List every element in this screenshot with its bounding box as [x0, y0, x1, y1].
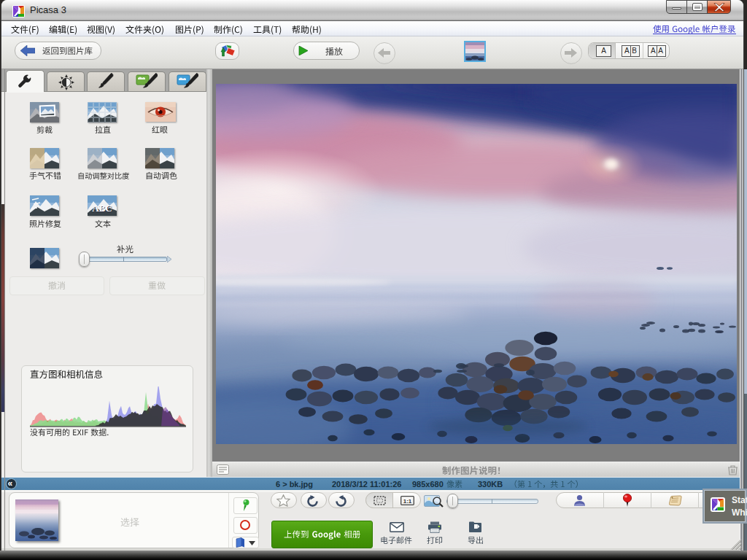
svg-text:ABC: ABC [92, 203, 112, 214]
svg-text:1:1: 1:1 [403, 498, 412, 505]
